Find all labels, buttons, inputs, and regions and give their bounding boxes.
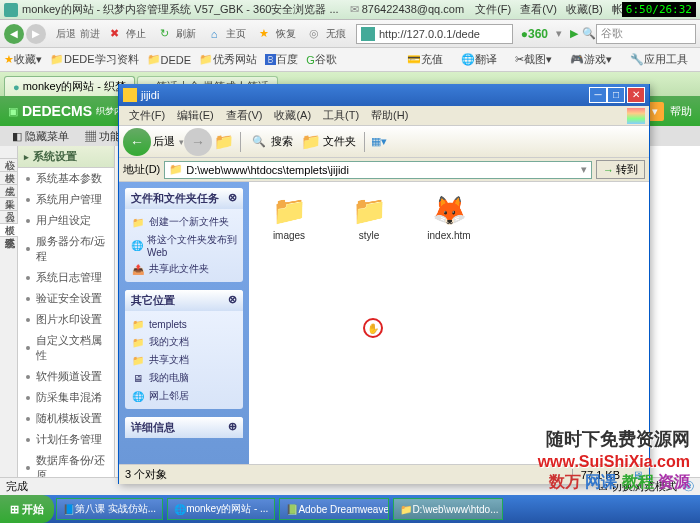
menu-file[interactable]: 文件(F) <box>123 108 171 123</box>
side-tab-core[interactable]: 核心 <box>0 146 18 159</box>
menu-favorites[interactable]: 收藏(A) <box>268 108 317 123</box>
sidebar-item[interactable]: 系统日志管理 <box>18 267 114 288</box>
place-item[interactable]: 📁我的文档 <box>129 333 239 351</box>
sidebar-item[interactable]: 系统基本参数 <box>18 168 114 189</box>
view-mode-icon[interactable]: ▦▾ <box>369 132 389 152</box>
tool-game[interactable]: 🎮游戏 ▾ <box>570 52 612 67</box>
explorer-window: jijidi ─ □ ✕ 文件(F) 编辑(E) 查看(V) 收藏(A) 工具(… <box>118 84 650 484</box>
collapse-icon[interactable]: ⊗ <box>228 293 237 308</box>
details-header[interactable]: 详细信息⊕ <box>125 417 243 438</box>
360-logo: ●360 <box>521 27 548 41</box>
sidebar-item[interactable]: 随机模板设置 <box>18 408 114 429</box>
bookmark-baidu[interactable]: 🅱百度 <box>265 52 298 67</box>
windows-logo-icon <box>627 108 645 124</box>
explorer-address-input[interactable]: 📁 D:\web\www\htdocs\templets\jijidi ▾ <box>164 161 592 179</box>
search-button[interactable]: 🔍搜索 <box>249 132 293 152</box>
place-item[interactable]: 🖥我的电脑 <box>129 369 239 387</box>
folders-button[interactable]: 📁文件夹 <box>301 132 356 152</box>
place-item[interactable]: 📁templets <box>129 315 239 333</box>
side-tab-module[interactable]: 模块 <box>0 159 18 172</box>
menu-help[interactable]: 帮助(H) <box>365 108 414 123</box>
tool-translate[interactable]: 🌐翻译 <box>461 52 497 67</box>
menu-edit[interactable]: 编辑(E) <box>171 108 220 123</box>
place-item[interactable]: 🌐网上邻居 <box>129 387 239 405</box>
bookmark-dede-study[interactable]: 📁DEDE学习资料 <box>50 52 139 67</box>
tool-screenshot[interactable]: ✂截图 ▾ <box>515 52 552 67</box>
sidebar-item[interactable]: 软件频道设置 <box>18 366 114 387</box>
back-button[interactable]: ◀ <box>4 24 24 44</box>
explorer-menu: 文件(F) 编辑(E) 查看(V) 收藏(A) 工具(T) 帮助(H) <box>119 106 649 126</box>
task-item[interactable]: 🌐将这个文件夹发布到 Web <box>129 231 239 260</box>
sidebar-item[interactable]: 计划任务管理 <box>18 429 114 450</box>
side-tab-system[interactable]: 系统 <box>0 224 18 237</box>
search-icon[interactable]: 🔍 <box>582 27 596 40</box>
favicon-icon <box>4 3 18 17</box>
side-tab-member[interactable]: 会员 <box>0 198 18 211</box>
nav-hide-menu[interactable]: ◧ 隐藏菜单 <box>4 127 77 146</box>
close-button[interactable]: ✕ <box>627 87 645 103</box>
file-item-index.htm[interactable]: 🦊index.htm <box>419 192 479 241</box>
taskbar-item-dreamweaver[interactable]: 📗Adobe Dreamweave... <box>279 498 389 520</box>
section-system-settings[interactable]: ▸系统设置 <box>18 146 114 168</box>
cursor-indicator: ✋ <box>363 318 383 338</box>
help-link[interactable]: 帮助 <box>670 104 692 119</box>
up-folder-icon[interactable]: 📁 <box>214 132 234 152</box>
tool-recharge[interactable]: 💳充值 <box>407 52 443 67</box>
incognito-label: 无痕 <box>326 27 346 41</box>
sidebar-item[interactable]: 图片水印设置 <box>18 309 114 330</box>
expand-icon[interactable]: ⊕ <box>228 420 237 435</box>
place-item[interactable]: 📁共享文档 <box>129 351 239 369</box>
bookmark-google[interactable]: G谷歌 <box>306 52 337 67</box>
go-button[interactable]: →转到 <box>596 160 645 179</box>
start-button[interactable]: ⊞开始 <box>0 495 54 523</box>
menu-view[interactable]: 查看(V) <box>220 108 269 123</box>
taskbar-item-lesson[interactable]: 📘第八课 实战仿站... <box>56 498 163 520</box>
restore-icon[interactable]: ★ <box>255 25 273 43</box>
file-list[interactable]: 📁images📁style🦊index.htm <box>249 182 649 464</box>
status-done: 完成 <box>6 479 28 494</box>
tool-apps[interactable]: 🔧应用工具 <box>630 52 688 67</box>
side-tab-template[interactable]: 模板 <box>0 211 18 224</box>
dropdown-icon[interactable]: ▾ <box>556 27 562 40</box>
task-pane: 文件和文件夹任务⊗ 📁创建一个新文件夹🌐将这个文件夹发布到 Web📤共享此文件夹… <box>119 182 249 464</box>
go-icon[interactable]: ▶ <box>570 27 578 40</box>
bookmark-dede[interactable]: 📁DEDE <box>147 53 192 66</box>
task-item[interactable]: 📁创建一个新文件夹 <box>129 213 239 231</box>
home-icon[interactable]: ⌂ <box>205 25 223 43</box>
details-panel: 详细信息⊕ <box>125 417 243 438</box>
search-input[interactable]: 谷歌 <box>596 24 696 44</box>
explorer-title-bar[interactable]: jijidi ─ □ ✕ <box>119 84 649 106</box>
stop-icon[interactable]: ✖ <box>105 25 123 43</box>
file-item-style[interactable]: 📁style <box>339 192 399 241</box>
file-item-images[interactable]: 📁images <box>259 192 319 241</box>
tab-monkey[interactable]: ●monkey的网站 - 织梦 <box>4 76 135 96</box>
sidebar-item[interactable]: 防采集串混淆 <box>18 387 114 408</box>
refresh-icon[interactable]: ↻ <box>155 25 173 43</box>
menu-tools[interactable]: 工具(T) <box>317 108 365 123</box>
explorer-back-button[interactable]: ← <box>123 128 151 156</box>
sidebar-item[interactable]: 系统用户管理 <box>18 189 114 210</box>
site-icon <box>361 27 375 41</box>
sidebar-item[interactable]: 用户组设定 <box>18 210 114 231</box>
bookmark-favorites[interactable]: ★收藏 ▾ <box>4 52 42 67</box>
side-tab-generate[interactable]: 生成 <box>0 172 18 185</box>
places-header[interactable]: 其它位置⊗ <box>125 290 243 311</box>
bookmark-sites[interactable]: 📁优秀网站 <box>199 52 257 67</box>
sidebar-item[interactable]: 服务器分布/远程 <box>18 231 114 267</box>
taskbar-item-explorer[interactable]: 📁D:\web\www\htdo... <box>393 498 503 520</box>
side-tab-collect[interactable]: 采集 <box>0 185 18 198</box>
maximize-button[interactable]: □ <box>607 87 625 103</box>
explorer-forward-button[interactable]: → <box>184 128 212 156</box>
minimize-button[interactable]: ─ <box>589 87 607 103</box>
taskbar-item-browser[interactable]: 🌐monkey的网站 - ... <box>167 498 275 520</box>
sidebar-item[interactable]: 验证安全设置 <box>18 288 114 309</box>
forward-button[interactable]: ▶ <box>26 24 46 44</box>
collapse-icon[interactable]: ⊗ <box>228 191 237 206</box>
sidebar-item[interactable]: 自定义文档属性 <box>18 330 114 366</box>
object-count: 3 个对象 <box>125 467 572 482</box>
tasks-header[interactable]: 文件和文件夹任务⊗ <box>125 188 243 209</box>
explorer-back-label: 后退 <box>153 134 175 149</box>
address-bar[interactable]: http://127.0.0.1/dede <box>356 24 513 44</box>
incognito-icon[interactable]: ◎ <box>305 25 323 43</box>
task-item[interactable]: 📤共享此文件夹 <box>129 260 239 278</box>
